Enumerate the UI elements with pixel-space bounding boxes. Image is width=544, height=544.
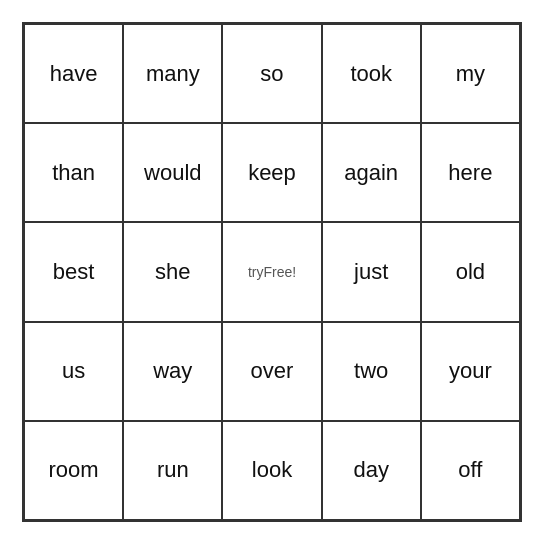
bingo-cell: way bbox=[123, 322, 222, 421]
bingo-cell: old bbox=[421, 222, 520, 321]
bingo-cell: again bbox=[322, 123, 421, 222]
bingo-cell: she bbox=[123, 222, 222, 321]
bingo-cell: took bbox=[322, 24, 421, 123]
bingo-cell: off bbox=[421, 421, 520, 520]
bingo-cell: day bbox=[322, 421, 421, 520]
bingo-cell: here bbox=[421, 123, 520, 222]
bingo-cell: would bbox=[123, 123, 222, 222]
bingo-cell: keep bbox=[222, 123, 321, 222]
bingo-cell: my bbox=[421, 24, 520, 123]
bingo-cell: your bbox=[421, 322, 520, 421]
bingo-cell: have bbox=[24, 24, 123, 123]
bingo-cell: just bbox=[322, 222, 421, 321]
bingo-cell: look bbox=[222, 421, 321, 520]
bingo-cell: so bbox=[222, 24, 321, 123]
bingo-cell: many bbox=[123, 24, 222, 123]
bingo-cell: tryFree! bbox=[222, 222, 321, 321]
bingo-cell: room bbox=[24, 421, 123, 520]
bingo-cell: run bbox=[123, 421, 222, 520]
bingo-cell: best bbox=[24, 222, 123, 321]
bingo-cell: two bbox=[322, 322, 421, 421]
bingo-cell: than bbox=[24, 123, 123, 222]
bingo-card: havemanysotookmythanwouldkeepagainherebe… bbox=[22, 22, 522, 522]
bingo-cell: over bbox=[222, 322, 321, 421]
bingo-cell: us bbox=[24, 322, 123, 421]
